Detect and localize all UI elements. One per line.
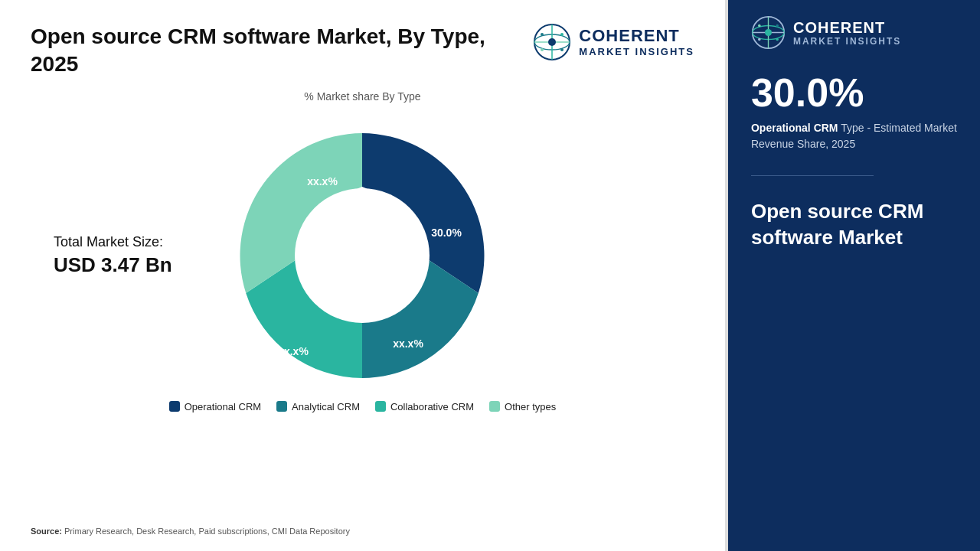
svg-point-5: [541, 33, 544, 36]
legend: Operational CRM Analytical CRM Collabora…: [169, 401, 557, 412]
right-panel: COHERENT MARKET INSIGHTS 30.0% Operation…: [728, 0, 980, 551]
segment-label-operational: 30.0%: [432, 227, 462, 239]
legend-label-other: Other types: [505, 401, 556, 412]
legend-item-operational: Operational CRM: [169, 401, 261, 412]
market-size-label: Total Market Size:: [54, 234, 172, 250]
source-detail: Primary Research, Desk Research, Paid su…: [62, 527, 350, 536]
source-text: Source: Primary Research, Desk Research,…: [31, 519, 350, 536]
stat-percentage: 30.0%: [751, 73, 957, 112]
main-title: Open source CRM software Market, By Type…: [31, 23, 518, 79]
segment-label-collaborative: xx.x%: [279, 345, 309, 357]
svg-point-17: [758, 38, 761, 41]
stat-description: Operational CRM Type - Estimated Market …: [751, 120, 957, 152]
right-logo-sub: MARKET INSIGHTS: [793, 36, 901, 47]
donut-chart: 30.0% xx.x% xx.x% xx.x%: [224, 118, 500, 393]
svg-point-7: [541, 48, 544, 51]
market-size-box: Total Market Size: USD 3.47 Bn: [54, 234, 172, 277]
svg-point-15: [758, 24, 761, 28]
logo-sub: MARKET INSIGHTS: [579, 46, 694, 57]
legend-item-analytical: Analytical CRM: [276, 401, 360, 412]
source-label: Source:: [31, 527, 62, 536]
chart-area: % Market share By Type Total Market Size…: [31, 86, 694, 536]
segment-label-analytical: xx.x%: [394, 337, 424, 350]
segment-label-other: xx.x%: [308, 175, 338, 187]
legend-item-other: Other types: [489, 401, 556, 412]
section-divider: [751, 175, 874, 176]
svg-point-8: [560, 48, 564, 51]
logo-area: COHERENT MARKET INSIGHTS: [533, 23, 694, 61]
market-size-value: USD 3.47 Bn: [54, 253, 172, 277]
legend-dot-operational: [169, 401, 180, 412]
left-panel: Open source CRM software Market, By Type…: [0, 0, 725, 551]
legend-dot-other: [489, 401, 500, 412]
svg-point-16: [776, 24, 779, 28]
right-logo-globe-icon: [751, 15, 786, 50]
logo-text: COHERENT: [579, 27, 694, 45]
chart-subtitle: % Market share By Type: [304, 90, 420, 103]
svg-point-9: [295, 188, 430, 323]
right-logo-text: COHERENT: [793, 19, 901, 36]
stat-bold: Operational CRM: [751, 122, 838, 134]
svg-point-18: [776, 38, 779, 41]
svg-point-14: [765, 29, 772, 36]
right-logo-area: COHERENT MARKET INSIGHTS: [751, 15, 957, 50]
coherent-logo-icon: [533, 23, 571, 61]
legend-label-analytical: Analytical CRM: [292, 401, 360, 412]
svg-point-4: [548, 38, 556, 46]
legend-label-operational: Operational CRM: [185, 401, 261, 412]
legend-label-collaborative: Collaborative CRM: [390, 401, 474, 412]
legend-item-collaborative: Collaborative CRM: [375, 401, 474, 412]
legend-dot-analytical: [276, 401, 287, 412]
legend-dot-collaborative: [375, 401, 386, 412]
svg-point-6: [560, 33, 564, 36]
market-name: Open source CRM software Market: [751, 199, 957, 251]
